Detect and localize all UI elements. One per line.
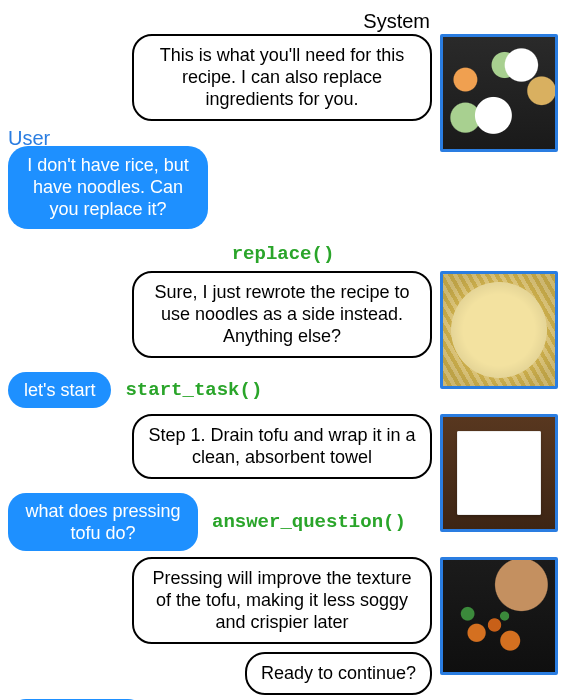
user-message-start: let's start — [8, 372, 111, 408]
action-replace: replace() — [232, 243, 335, 265]
action-answer-question: answer_question() — [212, 511, 406, 533]
row-user-replace: I don't have rice, but have noodles. Can… — [8, 146, 558, 265]
recipe-ingredients-photo — [440, 34, 558, 152]
noodles-photo — [440, 271, 558, 389]
block-answer: Pressing will improve the texture of the… — [8, 557, 558, 695]
block-step1: Step 1. Drain tofu and wrap it in a clea… — [8, 414, 558, 551]
tofu-pan-photo — [440, 557, 558, 675]
action-start-task: start_task() — [125, 379, 262, 401]
user-message-replace: I don't have rice, but have noodles. Can… — [8, 146, 208, 229]
tofu-towel-photo — [440, 414, 558, 532]
system-message-replace-ack: Sure, I just rewrote the recipe to use n… — [132, 271, 432, 358]
header-row: System — [8, 10, 558, 32]
block-replace-ack: Sure, I just rewrote the recipe to use n… — [8, 271, 558, 408]
block-intro: This is what you'll need for this recipe… — [8, 34, 558, 152]
system-message-intro: This is what you'll need for this recipe… — [132, 34, 432, 121]
system-message-step1: Step 1. Drain tofu and wrap it in a clea… — [132, 414, 432, 479]
user-message-question: what does pressing tofu do? — [8, 493, 198, 551]
system-speaker-label: System — [8, 10, 430, 32]
system-message-answer: Pressing will improve the texture of the… — [132, 557, 432, 644]
system-message-ready: Ready to continue? — [245, 652, 432, 695]
